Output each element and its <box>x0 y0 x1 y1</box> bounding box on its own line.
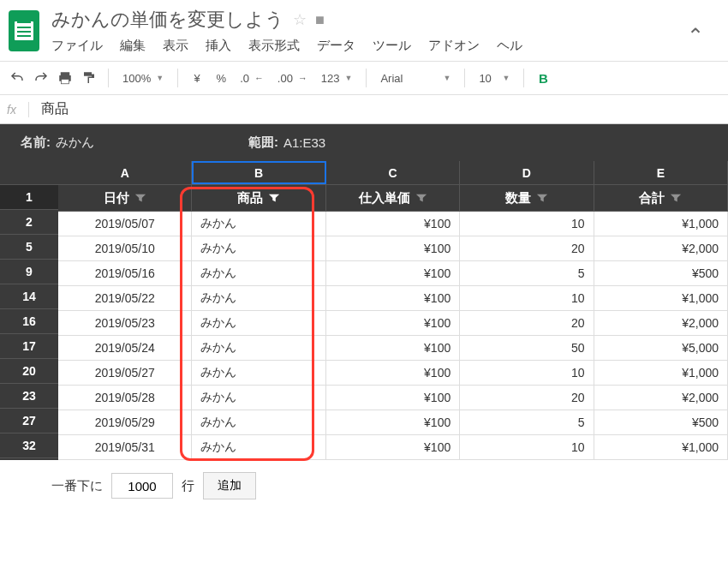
column-header-B[interactable]: B <box>192 161 325 184</box>
cell-item[interactable]: みかん <box>192 361 325 385</box>
cell-date[interactable]: 2019/05/10 <box>58 236 192 260</box>
cell-price[interactable]: ¥100 <box>326 261 460 285</box>
menu-edit[interactable]: 編集 <box>120 38 146 54</box>
filter-icon[interactable] <box>536 193 548 203</box>
filter-icon[interactable] <box>670 193 682 203</box>
menu-tools[interactable]: ツール <box>373 38 411 54</box>
cell-price[interactable]: ¥100 <box>326 410 460 434</box>
menu-insert[interactable]: 挿入 <box>206 38 231 54</box>
select-all-corner[interactable] <box>0 161 58 185</box>
header-item[interactable]: 商品 <box>192 185 325 212</box>
zoom-dropdown[interactable]: 100%▼ <box>119 72 167 85</box>
header-total[interactable]: 合計 <box>594 185 728 212</box>
increase-decimal-icon[interactable]: .00→ <box>274 72 311 85</box>
font-size-dropdown[interactable]: 10▼ <box>475 72 513 85</box>
cell-price[interactable]: ¥100 <box>326 286 460 310</box>
row-number[interactable]: 23 <box>0 384 58 409</box>
row-number[interactable]: 9 <box>0 260 58 284</box>
number-format-dropdown[interactable]: 123▼ <box>318 72 356 85</box>
menu-help[interactable]: ヘル <box>497 38 522 54</box>
column-header-A[interactable]: A <box>58 161 192 184</box>
cell-item[interactable]: みかん <box>192 386 325 410</box>
formula-input[interactable]: 商品 <box>41 100 69 118</box>
sheets-app-icon[interactable] <box>9 10 39 51</box>
cell-price[interactable]: ¥100 <box>326 311 460 335</box>
row-number[interactable]: 2 <box>0 210 58 235</box>
cell-price[interactable]: ¥100 <box>326 361 460 385</box>
filter-icon[interactable] <box>134 193 146 203</box>
cell-total[interactable]: ¥1,000 <box>594 435 728 459</box>
row-number[interactable]: 17 <box>0 334 58 359</box>
cell-date[interactable]: 2019/05/29 <box>58 410 192 434</box>
cell-total[interactable]: ¥1,000 <box>594 286 728 310</box>
header-date[interactable]: 日付 <box>58 185 192 212</box>
menu-format[interactable]: 表示形式 <box>248 38 300 54</box>
star-icon[interactable]: ☆ <box>293 10 307 29</box>
cell-price[interactable]: ¥100 <box>326 386 460 410</box>
menu-file[interactable]: ファイル <box>51 38 103 54</box>
cell-item[interactable]: みかん <box>192 435 325 459</box>
paint-format-icon[interactable] <box>81 69 98 87</box>
folder-icon[interactable]: ■ <box>315 11 325 29</box>
cell-date[interactable]: 2019/05/28 <box>58 386 192 410</box>
cell-item[interactable]: みかん <box>192 286 325 310</box>
cell-qty[interactable]: 20 <box>460 236 594 260</box>
cell-price[interactable]: ¥100 <box>326 236 460 260</box>
cell-total[interactable]: ¥1,000 <box>594 212 728 236</box>
row-number[interactable]: 5 <box>0 235 58 260</box>
menu-view[interactable]: 表示 <box>163 38 188 54</box>
cell-qty[interactable]: 10 <box>460 286 594 310</box>
decrease-decimal-icon[interactable]: .0← <box>236 72 267 85</box>
row-number[interactable]: 16 <box>0 309 58 334</box>
cell-qty[interactable]: 10 <box>460 361 594 385</box>
cell-date[interactable]: 2019/05/16 <box>58 261 192 285</box>
cell-qty[interactable]: 10 <box>460 212 594 236</box>
row-number[interactable]: 27 <box>0 409 58 434</box>
row-number[interactable]: 1 <box>0 185 58 210</box>
row-number[interactable]: 20 <box>0 359 58 384</box>
cell-total[interactable]: ¥2,000 <box>594 236 728 260</box>
bold-button[interactable]: B <box>534 69 552 87</box>
cell-qty[interactable]: 20 <box>460 311 594 335</box>
filter-icon[interactable] <box>268 193 280 203</box>
row-number[interactable]: 14 <box>0 284 58 309</box>
redo-icon[interactable] <box>33 69 50 87</box>
filter-icon[interactable] <box>415 193 427 203</box>
cell-price[interactable]: ¥100 <box>326 435 460 459</box>
cell-item[interactable]: みかん <box>192 410 325 434</box>
column-header-C[interactable]: C <box>326 161 460 184</box>
cell-date[interactable]: 2019/05/27 <box>58 361 192 385</box>
row-number[interactable]: 32 <box>0 434 58 458</box>
cell-total[interactable]: ¥5,000 <box>594 336 728 360</box>
cell-qty[interactable]: 5 <box>460 261 594 285</box>
cell-total[interactable]: ¥1,000 <box>594 361 728 385</box>
cell-item[interactable]: みかん <box>192 336 325 360</box>
cell-qty[interactable]: 10 <box>460 435 594 459</box>
menu-addons[interactable]: アドオン <box>428 38 480 54</box>
cell-total[interactable]: ¥2,000 <box>594 311 728 335</box>
cell-date[interactable]: 2019/05/31 <box>58 435 192 459</box>
cell-date[interactable]: 2019/05/22 <box>58 286 192 310</box>
header-qty[interactable]: 数量 <box>460 185 594 212</box>
menu-data[interactable]: データ <box>317 38 355 54</box>
percent-icon[interactable]: % <box>212 69 230 87</box>
cell-item[interactable]: みかん <box>192 261 325 285</box>
addrows-count-input[interactable] <box>111 473 173 499</box>
column-header-D[interactable]: D <box>460 161 594 184</box>
currency-icon[interactable]: ¥ <box>188 69 206 87</box>
cell-total[interactable]: ¥500 <box>594 261 728 285</box>
cell-item[interactable]: みかん <box>192 311 325 335</box>
undo-icon[interactable] <box>9 69 26 87</box>
print-icon[interactable] <box>57 69 74 87</box>
cell-item[interactable]: みかん <box>192 212 325 236</box>
cell-date[interactable]: 2019/05/24 <box>58 336 192 360</box>
cell-date[interactable]: 2019/05/23 <box>58 311 192 335</box>
font-family-dropdown[interactable]: Arial▼ <box>377 72 454 85</box>
addrows-button[interactable]: 追加 <box>203 472 256 499</box>
header-price[interactable]: 仕入単価 <box>326 185 460 212</box>
cell-price[interactable]: ¥100 <box>326 212 460 236</box>
cell-qty[interactable]: 50 <box>460 336 594 360</box>
cell-qty[interactable]: 20 <box>460 386 594 410</box>
cell-item[interactable]: みかん <box>192 236 325 260</box>
cell-price[interactable]: ¥100 <box>326 336 460 360</box>
